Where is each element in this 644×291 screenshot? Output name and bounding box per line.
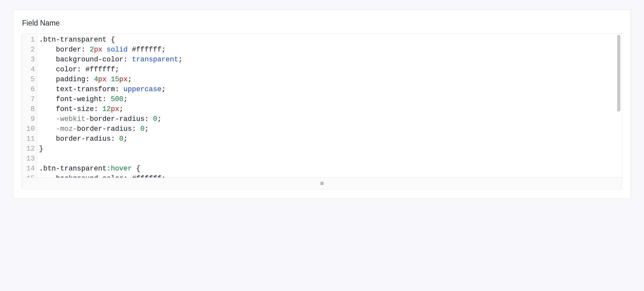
gutter-line-number: 9 [22,114,35,124]
code-line[interactable]: -webkit-border-radius: 0; [39,114,622,124]
code-editor: 123456789101112131415 .btn-transparent {… [22,33,622,189]
code-line[interactable]: background-color: #ffffff; [39,174,622,177]
field-label: Field Name [22,19,622,28]
gutter-line-number: 13 [22,154,35,164]
drag-handle-icon: ≡ [320,180,324,187]
code-line[interactable] [39,154,622,164]
code-line[interactable]: -moz-border-radius: 0; [39,124,622,134]
gutter-line-number: 11 [22,134,35,144]
code-line[interactable]: color: #ffffff; [39,65,622,75]
code-line[interactable]: border-radius: 0; [39,134,622,144]
gutter-line-number: 2 [22,45,35,55]
gutter-line-number: 3 [22,55,35,65]
gutter-line-number: 8 [22,104,35,114]
code-editor-textarea[interactable]: .btn-transparent { border: 2px solid #ff… [37,34,622,177]
code-editor-resize-handle[interactable]: ≡ [22,177,622,189]
gutter-line-number: 15 [22,174,35,177]
gutter-line-number: 5 [22,75,35,84]
code-editor-scrollbar[interactable] [617,35,620,166]
gutter-line-number: 6 [22,84,35,94]
gutter-line-number: 7 [22,94,35,104]
code-line[interactable]: background-color: transparent; [39,55,622,65]
gutter-line-number: 14 [22,164,35,174]
code-editor-gutter: 123456789101112131415 [22,34,37,177]
code-line[interactable]: .btn-transparent { [39,35,622,45]
code-line[interactable]: border: 2px solid #ffffff; [39,45,622,55]
code-line[interactable]: } [39,144,622,154]
page-root: Field Name 123456789101112131415 .btn-tr… [0,0,644,208]
form-card: Field Name 123456789101112131415 .btn-tr… [13,10,631,199]
code-line[interactable]: padding: 4px 15px; [39,75,622,84]
code-editor-scrollbar-thumb[interactable] [617,35,620,112]
code-line[interactable]: font-weight: 500; [39,94,622,104]
code-line[interactable]: font-size: 12px; [39,104,622,114]
code-line[interactable]: .btn-transparent:hover { [39,164,622,174]
gutter-line-number: 12 [22,144,35,154]
gutter-line-number: 10 [22,124,35,134]
gutter-line-number: 4 [22,65,35,75]
code-editor-body[interactable]: 123456789101112131415 .btn-transparent {… [22,34,622,177]
gutter-line-number: 1 [22,35,35,45]
code-line[interactable]: text-transform: uppercase; [39,84,622,94]
